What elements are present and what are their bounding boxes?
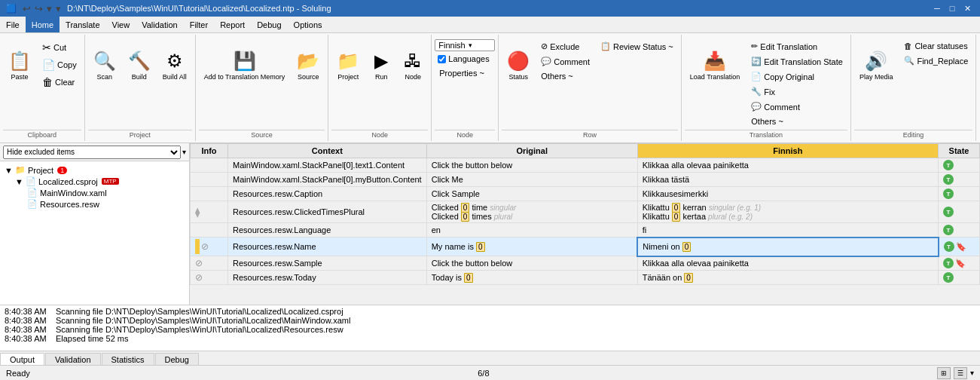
play-media-button[interactable]: 🔊 Play Media (854, 36, 899, 84)
col-header-context[interactable]: Context (228, 144, 427, 158)
menu-report[interactable]: Report (214, 17, 251, 32)
copy-original-button[interactable]: 📄 Copy Original (746, 69, 847, 84)
plural-finnish-line2: Klikattu 0 kertaa plural (e.g. 2) (643, 212, 933, 221)
scan-button[interactable]: 🔍 Scan (88, 36, 121, 84)
node-button[interactable]: 🖧 Node (398, 36, 428, 84)
row-finnish-1[interactable]: Klikkaa alla olevaa painiketta (637, 158, 938, 173)
title-text: D:\NT\Deploy\Samples\WinUI\Tutorial\Loca… (67, 4, 331, 13)
menu-options[interactable]: Options (288, 17, 328, 32)
grid-view-btn-1[interactable]: ⊞ (937, 367, 951, 379)
col-header-finnish[interactable]: Finnish (637, 144, 938, 158)
copy-button[interactable]: 📄 Copy (38, 57, 81, 73)
edit-translation-button[interactable]: ✏ Edit Translation (746, 39, 847, 54)
undo-btn[interactable]: ↩ (21, 2, 32, 16)
status-dropdown-arrow[interactable]: ▾ (970, 369, 974, 377)
ribbon-content: 📋 Paste ✂ Cut 📄 Copy 🗑 Clear (0, 33, 980, 142)
exclude-button[interactable]: ⊘ Exclude (536, 39, 594, 54)
load-translation-button[interactable]: 📥 Load Translation (685, 36, 746, 84)
comment-translation-button[interactable]: 💬 Comment (746, 100, 847, 114)
row-finnish-6[interactable]: Nimeni on 0 (637, 238, 938, 256)
plural-label-1: plural (494, 213, 512, 221)
tab-output[interactable]: Output (0, 353, 44, 365)
tree-item-mainwindow[interactable]: 📄 MainWindow.xaml (3, 187, 186, 198)
language-dropdown[interactable]: Finnish (435, 39, 495, 51)
ribbon-group-project: 🔍 Scan 🔨 Build ⚙ Build All Project (85, 35, 196, 141)
others-translation-button[interactable]: Others ~ (746, 115, 847, 128)
row-info-5 (191, 223, 228, 238)
clear-statuses-button[interactable]: 🗑 Clear statuses (899, 39, 972, 53)
bottom-tabs: Output Validation Statistics Debug (0, 351, 980, 365)
project-node-button[interactable]: 📁 Project (331, 36, 365, 84)
col-header-state[interactable]: State (939, 144, 980, 158)
find-replace-button[interactable]: 🔍 Find_Replace (899, 54, 972, 68)
row-context-7: Resources.resw.Sample (228, 256, 427, 271)
data-table: Info Context Original Finnish State Main… (190, 143, 980, 305)
comment-row-button[interactable]: 💬 Comment (536, 54, 594, 69)
run-button[interactable]: ▶ Run (366, 36, 396, 84)
tab-statistics[interactable]: Statistics (102, 353, 154, 365)
properties-button[interactable]: Properties ~ (435, 66, 489, 80)
row-finnish-3[interactable]: Klikkausesimerkki (637, 187, 938, 201)
others-row-button[interactable]: Others ~ (536, 69, 594, 83)
review-status-button[interactable]: 📋 Review Status ~ (596, 39, 678, 54)
row-finnish-5[interactable]: fi (637, 223, 938, 238)
row-finnish-7[interactable]: Klikkaa alla olevaa painiketta (637, 256, 938, 271)
filter-select[interactable]: Hide excluded items (3, 146, 181, 159)
grid-view-btn-2[interactable]: ☰ (954, 367, 967, 379)
paste-button[interactable]: 📋 Paste (3, 36, 36, 84)
tree-item-csproj[interactable]: ▼ 📄 Localized.csproj MTP (3, 176, 186, 187)
scan-icon: 🔍 (93, 51, 116, 72)
menu-translate[interactable]: Translate (60, 17, 105, 32)
minimize-button[interactable]: ─ (930, 2, 944, 14)
row-right-buttons: 📋 Review Status ~ (596, 36, 678, 54)
edit-translation-icon: ✏ (751, 41, 758, 51)
tree-item-resources[interactable]: 📄 Resources.resw (3, 198, 186, 210)
undo-dropdown[interactable]: ▾ (45, 2, 53, 16)
fix-button[interactable]: 🔧 Fix (746, 84, 847, 99)
row-original-7: Click the button below (426, 256, 637, 271)
plural-original-line1: Clicked 0 time singular (432, 203, 633, 212)
menu-file[interactable]: File (0, 17, 26, 32)
tree-project-label: Project (28, 166, 53, 175)
tab-debug[interactable]: Debug (155, 353, 199, 365)
log-line-1: 8:40:38 AM Scanning file D:\NT\Deploy\Sa… (5, 307, 975, 316)
row-finnish-4[interactable]: Klikattu 0 kerran singular (e.g. 1) Klik… (637, 201, 938, 223)
state-row-6: T 🔖 (944, 241, 975, 252)
row-small-buttons: ⊘ Exclude 💬 Comment Others ~ (536, 36, 594, 83)
menu-view[interactable]: View (106, 17, 136, 32)
project-tree-icon: 📁 (15, 165, 26, 175)
menu-filter[interactable]: Filter (184, 17, 214, 32)
menu-debug[interactable]: Debug (251, 17, 287, 32)
build-all-button[interactable]: ⚙ Build All (157, 36, 192, 84)
edit-state-button[interactable]: 🔄 Edit Translation State (746, 54, 847, 69)
languages-check[interactable]: Languages (435, 54, 492, 64)
col-header-info[interactable]: Info (191, 144, 228, 158)
state-circle-5: T (943, 225, 954, 235)
main-area: Hide excluded items ▾ ▼ 📁 Project 1 ▼ 📄 … (0, 143, 980, 305)
ribbon-group-clipboard: 📋 Paste ✂ Cut 📄 Copy 🗑 Clear (0, 35, 85, 141)
row-finnish-2[interactable]: Klikkaa tästä (637, 173, 938, 187)
close-button[interactable]: ✕ (960, 2, 974, 14)
row-info-6: ⊘ (191, 238, 228, 256)
tree-item-project[interactable]: ▼ 📁 Project 1 (3, 164, 186, 176)
redo-dropdown[interactable]: ▾ (54, 2, 63, 16)
ribbon-group-node: 📁 Project ▶ Run 🖧 Node Node (328, 35, 432, 141)
filter-dropdown-icon[interactable]: ▾ (182, 148, 186, 156)
tab-validation[interactable]: Validation (45, 353, 101, 365)
menu-home[interactable]: Home (26, 17, 60, 32)
status-text: Ready (6, 369, 30, 378)
translation-table: Info Context Original Finnish State Main… (190, 143, 980, 285)
status-bar-right: ⊞ ☰ ▾ (937, 367, 974, 379)
left-panel: Hide excluded items ▾ ▼ 📁 Project 1 ▼ 📄 … (0, 143, 190, 305)
status-button[interactable]: 🔴 Status (502, 36, 535, 84)
maximize-button[interactable]: □ (945, 2, 959, 14)
menu-validation[interactable]: Validation (136, 17, 184, 32)
row-finnish-8[interactable]: Tänään on 0 (637, 271, 938, 285)
add-tm-button[interactable]: 💾 Add to Translation Memory (199, 36, 291, 84)
source-button[interactable]: 📂 Source (292, 36, 325, 84)
cut-button[interactable]: ✂ Cut (38, 39, 81, 56)
build-button[interactable]: 🔨 Build (123, 36, 156, 84)
col-header-original[interactable]: Original (426, 144, 637, 158)
clear-button[interactable]: 🗑 Clear (38, 74, 81, 90)
redo-btn[interactable]: ↪ (33, 2, 44, 16)
